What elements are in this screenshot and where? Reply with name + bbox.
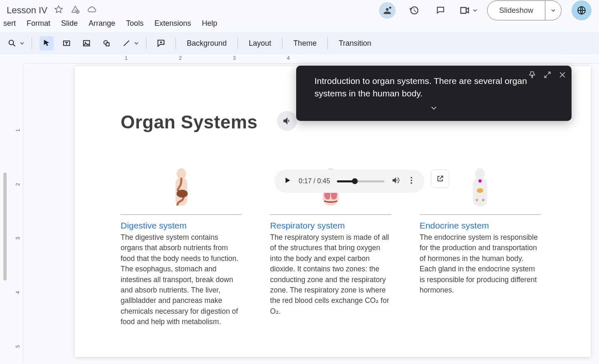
star-icon[interactable] [54, 5, 63, 16]
svg-point-17 [476, 199, 478, 202]
slideshow-button[interactable]: Slideshow [487, 0, 562, 20]
column-digestive: Digestive system The digestive system co… [121, 165, 242, 327]
expand-icon[interactable] [543, 70, 552, 82]
separator [282, 37, 282, 49]
svg-rect-7 [106, 43, 109, 46]
separator [327, 37, 328, 49]
background-button[interactable]: Background [183, 39, 230, 48]
ruler-tick: 4 [287, 55, 290, 61]
column-body[interactable]: The respiratory system is made of all of… [270, 232, 391, 317]
svg-point-18 [482, 199, 485, 202]
cloud-status-icon[interactable] [87, 5, 97, 16]
column-heading[interactable]: Digestive system [121, 221, 242, 231]
audio-progress-knob[interactable] [352, 178, 358, 184]
svg-point-15 [478, 180, 482, 183]
open-external-icon[interactable] [431, 170, 449, 188]
move-icon[interactable] [71, 5, 80, 16]
svg-point-10 [176, 190, 188, 198]
menu-extensions[interactable]: Extensions [154, 19, 191, 28]
ruler-tick: 5 [15, 345, 21, 348]
slideshow-dropdown[interactable] [545, 1, 561, 20]
menu-arrange[interactable]: Arrange [89, 19, 115, 28]
svg-point-20 [411, 180, 412, 181]
svg-point-2 [9, 40, 14, 45]
close-icon[interactable] [558, 70, 567, 82]
more-icon[interactable] [407, 176, 416, 187]
audio-object-icon[interactable] [277, 111, 297, 131]
layout-button[interactable]: Layout [245, 39, 275, 48]
shape-tool[interactable] [99, 36, 114, 50]
zoom-tool[interactable] [5, 36, 24, 50]
theme-button[interactable]: Theme [290, 39, 320, 48]
horizontal-ruler: 1 2 3 4 [24, 54, 599, 64]
share-button[interactable] [572, 0, 592, 20]
menu-slide[interactable]: Slide [61, 19, 78, 28]
captions-expand-down[interactable] [314, 103, 553, 116]
toolbar: Background Layout Theme Transition [0, 32, 599, 54]
menu-tools[interactable]: Tools [126, 19, 144, 28]
ruler-tick: 1 [15, 129, 21, 132]
audio-player: 0:17 / 0:45 [275, 170, 424, 193]
pin-icon[interactable] [528, 70, 537, 82]
audio-current-time: 0:17 [299, 177, 312, 184]
audio-progress-track[interactable] [337, 180, 384, 182]
vertical-ruler: 1 2 3 4 5 [14, 64, 23, 363]
svg-point-21 [411, 182, 412, 184]
chevron-down-icon [134, 41, 139, 45]
separator [238, 37, 238, 49]
volume-icon[interactable] [391, 176, 400, 187]
column-endocrine: Endocrine system The endocrine system is… [420, 165, 541, 327]
image-tool[interactable] [79, 36, 94, 50]
captions-panel: Introduction to organ systems. There are… [296, 66, 572, 121]
title-bar: Lesson IV Slideshow [0, 0, 599, 17]
audio-total-time: 0:45 [317, 177, 330, 184]
audio-time: 0:17 / 0:45 [299, 177, 330, 185]
comments-icon[interactable] [432, 2, 449, 19]
ruler-tick: 3 [233, 55, 236, 61]
digestive-image[interactable] [121, 165, 242, 215]
separator [146, 37, 146, 49]
chevron-down-icon [551, 8, 555, 12]
play-icon[interactable] [283, 176, 292, 187]
ruler-tick: 1 [125, 55, 128, 61]
captions-text: Introduction to organ systems. There are… [314, 75, 553, 100]
separator [32, 37, 32, 49]
chevron-down-icon [20, 41, 24, 45]
svg-point-13 [475, 168, 485, 180]
chevron-down-icon [473, 8, 477, 12]
svg-point-19 [411, 177, 412, 179]
filmstrip-scrollbar[interactable] [2, 56, 10, 363]
title-icon-group [54, 5, 97, 16]
video-call-button[interactable] [459, 5, 477, 16]
line-tool[interactable] [119, 36, 139, 50]
column-body[interactable]: The endocrine system is responsible for … [420, 232, 541, 295]
svg-point-8 [176, 168, 186, 180]
select-tool[interactable] [40, 36, 54, 50]
svg-point-16 [477, 188, 483, 193]
textbox-tool[interactable] [59, 36, 74, 50]
menu-help[interactable]: Help [202, 19, 217, 28]
transition-button[interactable]: Transition [335, 39, 374, 48]
menu-insert[interactable]: sert [3, 19, 16, 28]
ruler-tick: 4 [15, 291, 21, 294]
column-heading[interactable]: Respiratory system [270, 221, 391, 231]
column-body[interactable]: The digestive system contains organs tha… [121, 232, 242, 327]
document-title[interactable]: Lesson IV [3, 5, 47, 16]
menu-format[interactable]: Format [27, 19, 50, 28]
title-right-group: Slideshow [379, 0, 592, 20]
scrollbar-thumb[interactable] [3, 172, 7, 280]
present-to-meeting-icon[interactable] [379, 2, 396, 19]
separator [176, 37, 176, 49]
column-heading[interactable]: Endocrine system [420, 221, 541, 231]
ruler-tick: 3 [15, 237, 21, 240]
slideshow-label: Slideshow [488, 1, 545, 20]
ruler-tick: 2 [179, 55, 182, 61]
version-history-icon[interactable] [406, 2, 422, 19]
ruler-tick: 2 [15, 183, 21, 186]
comment-tool[interactable] [154, 36, 168, 50]
